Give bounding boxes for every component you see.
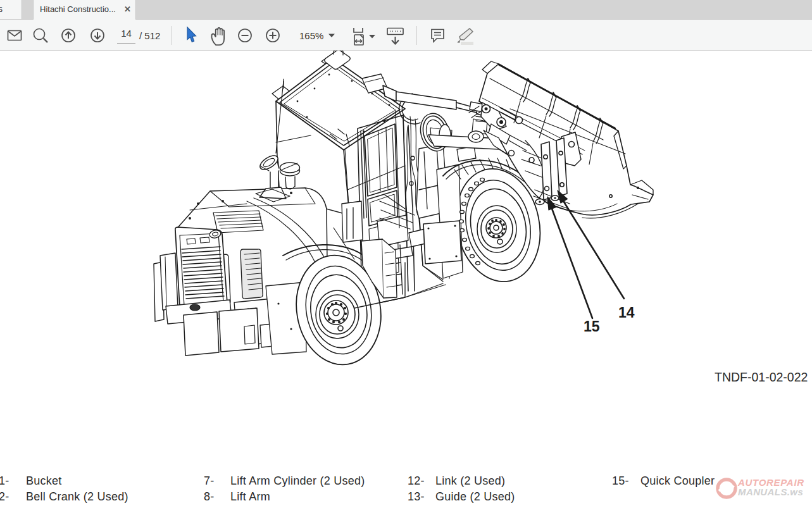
svg-text:MANUALS.ws: MANUALS.ws [738,486,803,497]
